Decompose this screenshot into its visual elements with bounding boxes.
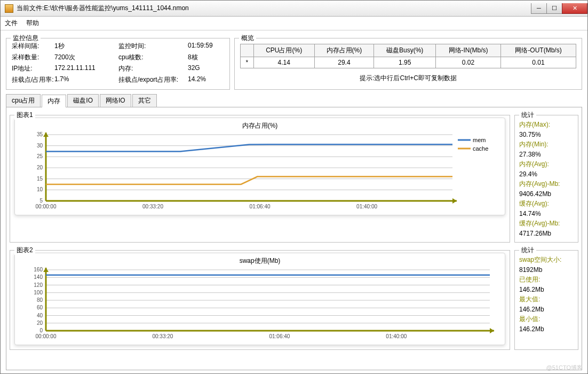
stat-value: 146.2Mb bbox=[519, 286, 574, 293]
svg-marker-45 bbox=[490, 328, 494, 333]
svg-text:30: 30 bbox=[37, 143, 43, 149]
stat-value: 29.4% bbox=[519, 170, 574, 178]
tab-body: 图表1 内存占用(%) 510152025303500:00:0000:33:2… bbox=[6, 107, 582, 370]
app-icon bbox=[5, 4, 13, 13]
svg-text:01:40:00: 01:40:00 bbox=[356, 204, 377, 209]
tab-3[interactable]: 网络IO bbox=[100, 94, 131, 107]
stat-label: 已使用: bbox=[519, 275, 574, 284]
overview-header: 磁盘Busy(%) bbox=[374, 44, 436, 57]
overview-cell[interactable]: 0.02 bbox=[435, 57, 500, 68]
menu-help[interactable]: 帮助 bbox=[26, 19, 39, 28]
value-monitor-time: 01:59:59 bbox=[188, 42, 225, 51]
overview-header bbox=[241, 44, 254, 57]
svg-text:01:06:40: 01:06:40 bbox=[269, 333, 290, 339]
svg-text:0: 0 bbox=[39, 328, 43, 333]
stat-value: 14.74% bbox=[519, 210, 574, 217]
stat-value: 27.38% bbox=[519, 151, 574, 158]
tab-strip: cpu占用内存磁盘IO网络IO其它 bbox=[6, 94, 582, 107]
chart2-stats-legend: 统计 bbox=[519, 246, 536, 255]
svg-text:100: 100 bbox=[34, 290, 43, 295]
label-mem: 内存: bbox=[118, 64, 188, 73]
stat-label: 内存(Max): bbox=[519, 120, 574, 129]
overview-header: 网络-OUT(Mb/s) bbox=[501, 44, 576, 57]
overview-header: 内存占用(%) bbox=[314, 44, 374, 57]
overview-cell[interactable]: 0.01 bbox=[501, 57, 576, 68]
value-mem: 32G bbox=[188, 64, 225, 73]
svg-text:80: 80 bbox=[37, 297, 43, 303]
chart1-stats: 统计 内存(Max):30.75%内存(Min):27.38%内存(Avg):2… bbox=[514, 115, 578, 243]
maximize-button[interactable]: ☐ bbox=[546, 3, 562, 14]
stat-label: swap空间大小: bbox=[519, 255, 574, 264]
stat-label: 最大值: bbox=[519, 295, 574, 304]
titlebar[interactable]: 当前文件:E:\软件\服务器性能监控\yums_141111_1044.nmon… bbox=[1, 1, 587, 17]
value-ip: 172.21.11.111 bbox=[54, 64, 118, 73]
window-title: 当前文件:E:\软件\服务器性能监控\yums_141111_1044.nmon bbox=[17, 4, 531, 13]
menu-file[interactable]: 文件 bbox=[5, 19, 18, 28]
label-mount-usage: 挂载点/占用率: bbox=[12, 75, 54, 84]
minimize-button[interactable]: ─ bbox=[531, 3, 547, 14]
label-cpu-cores: cpu核数: bbox=[118, 53, 188, 62]
overview-table[interactable]: CPU占用(%)内存占用(%)磁盘Busy(%)网络-IN(Mb/s)网络-OU… bbox=[240, 44, 576, 68]
svg-text:40: 40 bbox=[37, 313, 43, 318]
value-sample-count: 7200次 bbox=[54, 53, 118, 62]
svg-text:15: 15 bbox=[37, 176, 43, 182]
monitor-info-group: 监控信息 采样间隔: 1秒 监控时间: 01:59:59 采样数量: 7200次… bbox=[6, 38, 230, 90]
value-sample-interval: 1秒 bbox=[54, 42, 118, 51]
overview-row-marker[interactable]: * bbox=[241, 57, 254, 68]
tab-0[interactable]: cpu占用 bbox=[6, 94, 41, 107]
stat-value: 9406.42Mb bbox=[519, 190, 574, 198]
stat-value: 8192Mb bbox=[519, 266, 574, 274]
chart1-box: 内存占用(%) 510152025303500:00:0000:33:2001:… bbox=[14, 118, 505, 215]
close-button[interactable]: ✕ bbox=[562, 3, 587, 14]
stat-label: 内存(Avg)-Mb: bbox=[519, 180, 574, 189]
chart1-group: 图表1 内存占用(%) 510152025303500:00:0000:33:2… bbox=[10, 115, 510, 243]
stat-label: 缓存(Avg): bbox=[519, 199, 574, 208]
stat-value: 4717.26Mb bbox=[519, 230, 574, 237]
label-export-usage: 挂载点/export占用率: bbox=[118, 75, 188, 84]
stat-label: 内存(Avg): bbox=[519, 160, 574, 169]
svg-text:5: 5 bbox=[39, 198, 43, 204]
chart2-plot[interactable]: 02040608010012014016000:00:0000:33:2001:… bbox=[19, 267, 500, 341]
monitor-info-legend: 监控信息 bbox=[11, 34, 41, 43]
svg-text:01:06:40: 01:06:40 bbox=[250, 204, 271, 209]
content-area: 监控信息 采样间隔: 1秒 监控时间: 01:59:59 采样数量: 7200次… bbox=[1, 30, 587, 373]
overview-cell[interactable]: 1.95 bbox=[374, 57, 436, 68]
svg-text:01:40:00: 01:40:00 bbox=[386, 333, 407, 339]
label-sample-interval: 采样间隔: bbox=[12, 42, 54, 51]
svg-text:160: 160 bbox=[34, 267, 43, 272]
svg-text:cache: cache bbox=[473, 145, 488, 152]
tab-2[interactable]: 磁盘IO bbox=[67, 94, 99, 107]
stat-label: 内存(Min): bbox=[519, 140, 574, 149]
overview-group: 概览 CPU占用(%)内存占用(%)磁盘Busy(%)网络-IN(Mb/s)网络… bbox=[234, 38, 582, 90]
overview-cell[interactable]: 29.4 bbox=[314, 57, 374, 68]
overview-legend: 概览 bbox=[239, 34, 256, 43]
svg-text:25: 25 bbox=[37, 153, 43, 159]
chart2-legend: 图表2 bbox=[14, 246, 35, 255]
svg-text:20: 20 bbox=[37, 320, 43, 326]
overview-header: 网络-IN(Mb/s) bbox=[435, 44, 500, 57]
overview-header: CPU占用(%) bbox=[253, 44, 314, 57]
label-monitor-time: 监控时间: bbox=[118, 42, 188, 51]
chart1-legend: 图表1 bbox=[14, 111, 35, 120]
chart1-stats-legend: 统计 bbox=[519, 111, 536, 120]
chart1-title: 内存占用(%) bbox=[19, 121, 500, 130]
stat-label: 最小值: bbox=[519, 315, 574, 324]
svg-text:10: 10 bbox=[37, 186, 43, 192]
tab-1[interactable]: 内存 bbox=[42, 95, 66, 107]
svg-text:20: 20 bbox=[37, 165, 43, 170]
label-sample-count: 采样数量: bbox=[12, 53, 54, 62]
stat-label: 缓存(Avg)-Mb: bbox=[519, 219, 574, 228]
chart1-plot[interactable]: 510152025303500:00:0000:33:2001:06:4001:… bbox=[19, 131, 500, 212]
chart2-box: swap使用(Mb) 02040608010012014016000:00:00… bbox=[14, 253, 505, 345]
value-export-usage: 14.2% bbox=[188, 75, 225, 84]
overview-cell[interactable]: 4.14 bbox=[253, 57, 314, 68]
chart2-group: 图表2 swap使用(Mb) 02040608010012014016000:0… bbox=[10, 250, 510, 350]
svg-text:00:00:00: 00:00:00 bbox=[36, 333, 57, 339]
tab-4[interactable]: 其它 bbox=[132, 94, 157, 107]
svg-text:mem: mem bbox=[473, 137, 486, 143]
svg-text:00:33:20: 00:33:20 bbox=[152, 333, 173, 339]
window-controls: ─ ☐ ✕ bbox=[531, 3, 587, 14]
stat-value: 146.2Mb bbox=[519, 306, 574, 313]
svg-text:00:00:00: 00:00:00 bbox=[36, 204, 57, 209]
svg-marker-15 bbox=[452, 198, 457, 204]
